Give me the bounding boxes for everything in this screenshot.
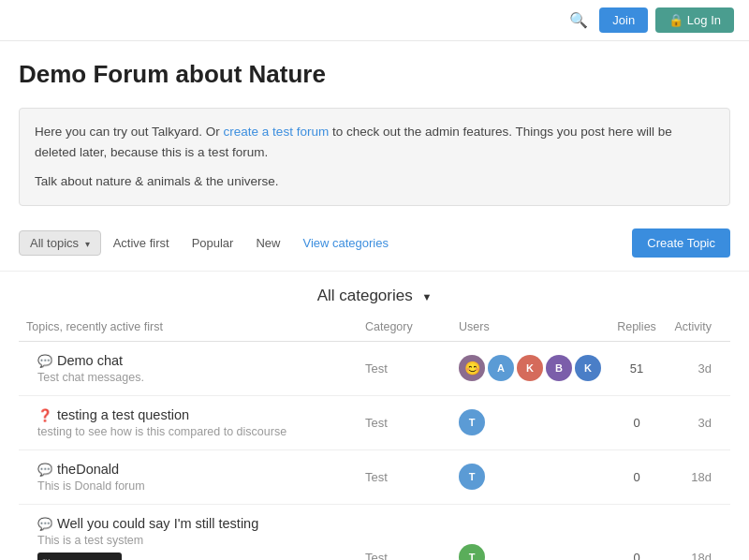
topic-subtitle: This is Donald forum — [37, 479, 350, 493]
info-tagline: Talk about nature & animals & the univer… — [35, 171, 714, 192]
table-row: 💬Well you could say I'm still testingThi… — [19, 504, 730, 560]
topic-title-link[interactable]: theDonald — [57, 462, 119, 477]
page-title: Demo Forum about Nature — [0, 41, 749, 98]
topic-users: 😊AKBK — [451, 341, 609, 395]
topic-subtitle: Test chat messages. — [37, 371, 350, 384]
topic-category: Test — [358, 341, 451, 395]
category-dropdown[interactable]: All categories ▼ — [317, 287, 433, 304]
topic-title-link[interactable]: Demo chat — [57, 353, 123, 368]
lock-icon: 🔒 — [668, 13, 683, 27]
topic-activity: 3d — [665, 395, 730, 449]
create-topic-button[interactable]: Create Topic — [632, 228, 730, 258]
col-users-header: Users — [451, 315, 609, 342]
view-categories-link[interactable]: View categories — [292, 231, 399, 255]
table-row: ❓testing a test questiontesting to see h… — [19, 395, 730, 449]
avatar: B — [546, 355, 572, 381]
topic-category: Test — [358, 449, 451, 504]
avatar: T — [459, 464, 485, 490]
col-activity-header: Activity — [665, 315, 730, 342]
header: 🔍 Join 🔒 Log In — [0, 0, 749, 41]
topic-replies: 0 — [609, 395, 665, 449]
topic-thumbnail: "You can never understand everythingBut,… — [37, 553, 122, 560]
avatar: K — [517, 355, 543, 381]
chat-icon: 💬 — [37, 517, 52, 531]
join-button[interactable]: Join — [599, 7, 648, 33]
topic-users: T — [451, 449, 609, 504]
active-first-button[interactable]: Active first — [103, 231, 180, 255]
topics-table-wrapper: Topics, recently active first Category U… — [0, 315, 749, 560]
filter-bar: All topics ▾ Active first Popular New Vi… — [0, 215, 749, 272]
col-category-header: Category — [358, 315, 451, 342]
table-header-row: Topics, recently active first Category U… — [19, 315, 730, 342]
topic-activity: 18d — [665, 449, 730, 504]
topic-subtitle: This is a test system — [37, 534, 350, 547]
col-topics-header: Topics, recently active first — [19, 315, 358, 342]
avatar: 😊 — [459, 355, 485, 381]
dropdown-arrow-icon: ▾ — [85, 239, 90, 249]
topic-replies: 0 — [609, 504, 665, 560]
avatar: T — [459, 544, 485, 560]
topic-activity: 3d — [665, 341, 730, 395]
avatar: A — [488, 355, 514, 381]
topic-activity: 18d — [665, 504, 730, 560]
create-forum-link[interactable]: create a test forum — [224, 125, 330, 139]
category-caret-icon: ▼ — [421, 291, 432, 302]
avatar: K — [575, 355, 601, 381]
login-button[interactable]: 🔒 Log In — [655, 7, 734, 33]
info-box: Here you can try out Talkyard. Or create… — [19, 108, 730, 206]
topic-category: Test — [358, 504, 451, 560]
all-topics-button[interactable]: All topics ▾ — [19, 230, 101, 256]
table-row: 💬theDonaldThis is Donald forumTestT018d — [19, 449, 730, 504]
question-icon: ❓ — [37, 408, 52, 422]
popular-button[interactable]: Popular — [182, 231, 244, 255]
new-button[interactable]: New — [245, 231, 290, 255]
avatar: T — [459, 409, 485, 435]
topic-replies: 0 — [609, 449, 665, 504]
col-replies-header: Replies — [609, 315, 665, 342]
topic-users: T — [451, 395, 609, 449]
topic-users: T — [451, 504, 609, 560]
search-icon[interactable]: 🔍 — [565, 7, 592, 33]
chat-icon: 💬 — [37, 354, 52, 368]
info-text: Here you can try out Talkyard. Or — [35, 125, 224, 139]
topic-category: Test — [358, 395, 451, 449]
topic-title-link[interactable]: Well you could say I'm still testing — [57, 516, 258, 531]
chat-icon: 💬 — [37, 463, 52, 477]
topic-replies: 51 — [609, 341, 665, 395]
topic-subtitle: testing to see how is this compared to d… — [37, 425, 350, 438]
topic-title-link[interactable]: testing a test question — [57, 407, 189, 422]
topics-table: Topics, recently active first Category U… — [19, 315, 730, 560]
table-row: 💬Demo chatTest chat messages.Test😊AKBK51… — [19, 341, 730, 395]
category-header: All categories ▼ — [0, 272, 749, 315]
